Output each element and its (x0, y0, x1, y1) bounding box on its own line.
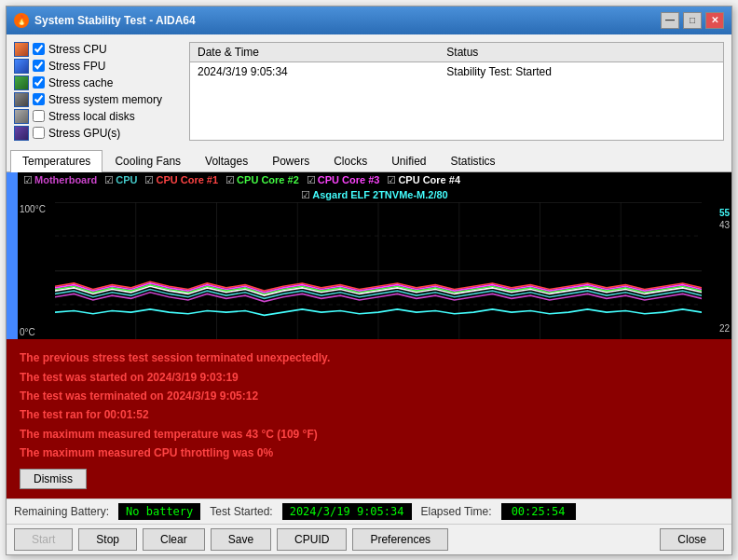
battery-label: Remaining Battery: (14, 505, 109, 518)
graph-canvas: 100°C 0°C 55 43 22 (18, 202, 731, 340)
legend-check-core1: ☑ (144, 174, 154, 186)
battery-value: No battery (118, 503, 200, 520)
legend-label-motherboard: Motherboard (34, 174, 97, 185)
window-title: System Stability Test - AIDA64 (34, 14, 196, 27)
title-controls: — □ ✕ (661, 12, 724, 29)
status-table-panel: Date & Time Status 2024/3/19 9:05:34 Sta… (189, 42, 724, 141)
cpuid-button[interactable]: CPUID (277, 528, 347, 551)
stress-cpu-checkbox[interactable] (33, 43, 45, 55)
clear-button[interactable]: Clear (143, 528, 205, 551)
test-started-value: 2024/3/19 9:05:34 (282, 503, 412, 520)
stress-cpu-label: Stress CPU (48, 43, 107, 56)
graph-legend-row1: ☑ Motherboard ☑ CPU ☑ CPU Core #1 ☑ CPU … (18, 172, 731, 188)
stress-fpu-checkbox[interactable] (33, 60, 45, 72)
legend-motherboard[interactable]: ☑ Motherboard (23, 174, 97, 186)
stress-fpu-label: Stress FPU (48, 60, 105, 73)
error-line-5: The maximum measured temperature was 43 … (20, 425, 718, 444)
tab-unified[interactable]: Unified (379, 150, 438, 171)
legend-nvme[interactable]: ☑ Asgard ELF 2TNVMe-M.2/80 (301, 189, 447, 201)
stress-disk-checkbox[interactable] (33, 110, 45, 122)
graph-svg (55, 202, 702, 340)
start-button[interactable]: Start (14, 528, 73, 551)
tab-clocks[interactable]: Clocks (321, 150, 379, 171)
top-section: Stress CPU Stress FPU Stress cache Stres… (7, 34, 731, 148)
title-bar-left: 🔥 System Stability Test - AIDA64 (14, 13, 196, 28)
spacer (454, 528, 654, 551)
checkboxes-panel: Stress CPU Stress FPU Stress cache Stres… (14, 42, 182, 141)
tab-statistics[interactable]: Statistics (439, 150, 508, 171)
legend-check-core3: ☑ (307, 174, 316, 186)
app-icon: 🔥 (14, 13, 29, 28)
checkbox-stress-cpu[interactable]: Stress CPU (14, 42, 182, 57)
legend-core1[interactable]: ☑ CPU Core #1 (144, 174, 218, 186)
close-window-button[interactable]: ✕ (705, 12, 724, 29)
legend-core4[interactable]: ☑ CPU Core #4 (387, 174, 460, 186)
row-datetime: 2024/3/19 9:05:34 (190, 61, 439, 81)
stress-mem-label: Stress system memory (48, 93, 162, 106)
status-table: Date & Time Status 2024/3/19 9:05:34 Sta… (190, 43, 723, 81)
y-right-top: 43 (719, 220, 730, 230)
tabs-bar: Temperatures Cooling Fans Voltages Power… (7, 148, 731, 172)
checkbox-stress-mem[interactable]: Stress system memory (14, 92, 182, 107)
checkbox-stress-disk[interactable]: Stress local disks (14, 109, 182, 124)
graph-legend-row2: ☑ Asgard ELF 2TNVMe-M.2/80 (18, 188, 731, 202)
legend-check-motherboard: ☑ (23, 174, 33, 186)
row-status: Stability Test: Started (439, 61, 723, 81)
table-row: 2024/3/19 9:05:34 Stability Test: Starte… (190, 61, 723, 81)
col-status: Status (439, 43, 723, 62)
content-area: Stress CPU Stress FPU Stress cache Stres… (7, 34, 731, 554)
stress-mem-checkbox[interactable] (33, 93, 45, 105)
error-line-6: The maximum measured CPU throttling was … (20, 444, 718, 462)
graph-container: ☑ Motherboard ☑ CPU ☑ CPU Core #1 ☑ CPU … (18, 172, 731, 340)
minimize-button[interactable]: — (661, 12, 679, 29)
legend-core2[interactable]: ☑ CPU Core #2 (226, 174, 299, 186)
y-axis-left: 100°C 0°C (18, 202, 55, 340)
legend-core3[interactable]: ☑ CPU Core #3 (307, 174, 380, 186)
legend-check-cpu: ☑ (104, 174, 114, 186)
y-axis-right: 55 43 (704, 206, 731, 232)
maximize-button[interactable]: □ (683, 12, 702, 29)
tab-powers[interactable]: Powers (260, 150, 321, 171)
close-button[interactable]: Close (660, 528, 724, 551)
preferences-button[interactable]: Preferences (352, 528, 448, 551)
tab-cooling-fans[interactable]: Cooling Fans (102, 150, 193, 171)
dismiss-button[interactable]: Dismiss (20, 469, 87, 489)
graph-section: ☑ Motherboard ☑ CPU ☑ CPU Core #1 ☑ CPU … (7, 172, 731, 340)
elapsed-label: Elapsed Time: (421, 505, 492, 518)
stop-button[interactable]: Stop (78, 528, 137, 551)
error-line-1: The previous stress test session termina… (20, 348, 718, 367)
checkbox-stress-gpu[interactable]: Stress GPU(s) (14, 126, 182, 141)
stress-gpu-checkbox[interactable] (33, 127, 45, 139)
checkbox-stress-fpu[interactable]: Stress FPU (14, 59, 182, 74)
stress-cache-checkbox[interactable] (33, 76, 45, 89)
tab-voltages[interactable]: Voltages (193, 150, 260, 171)
elapsed-value: 00:25:54 (501, 503, 576, 520)
y-bottom-label: 0°C (20, 327, 53, 337)
legend-label-core4: CPU Core #4 (398, 174, 460, 185)
error-line-3: The test was terminated on 2024/3/19 9:0… (20, 387, 718, 405)
error-line-4: The test ran for 00:01:52 (20, 405, 718, 424)
legend-label-cpu: CPU (116, 174, 137, 185)
legend-label-core3: CPU Core #3 (318, 174, 380, 185)
stress-disk-label: Stress local disks (48, 110, 135, 123)
error-panel: The previous stress test session termina… (7, 339, 731, 498)
legend-check-core4: ☑ (387, 174, 396, 186)
y-axis-right-bottom: 22 (704, 321, 731, 335)
col-datetime: Date & Time (190, 43, 439, 62)
bottom-buttons: Start Stop Clear Save CPUID Preferences … (7, 524, 731, 554)
checkbox-stress-cache[interactable]: Stress cache (14, 75, 182, 90)
tab-temperatures[interactable]: Temperatures (10, 150, 102, 172)
disk-icon (14, 109, 29, 124)
y-right-top-highlight: 55 (719, 208, 730, 218)
legend-label-core2: CPU Core #2 (237, 174, 299, 185)
y-right-bottom: 22 (719, 323, 730, 334)
legend-cpu[interactable]: ☑ CPU (104, 174, 137, 186)
fpu-icon (14, 59, 29, 74)
left-sidebar (7, 172, 18, 340)
gpu-icon (14, 126, 29, 141)
stress-cache-label: Stress cache (48, 76, 113, 89)
legend-check-core2: ☑ (226, 174, 235, 186)
mem-icon (14, 92, 29, 107)
cpu-icon (14, 42, 29, 57)
save-button[interactable]: Save (211, 528, 271, 551)
